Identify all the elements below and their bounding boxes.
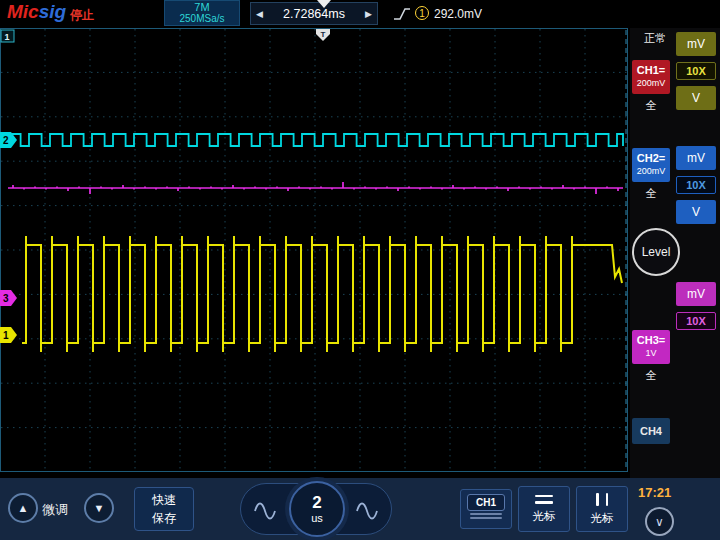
ch2-bandwidth-label: 全	[632, 186, 670, 200]
ch1-scale: 200mV	[637, 77, 666, 90]
ch2-channel-button[interactable]: CH2= 200mV	[632, 148, 670, 182]
trigger-mode-label[interactable]: 正常	[636, 30, 674, 46]
adjust-up-button[interactable]: ▲	[8, 493, 38, 523]
waveform-area[interactable]: 2311T	[0, 28, 630, 478]
fine-tune-label: 微调	[42, 501, 68, 519]
timebase-control[interactable]: 2 us	[240, 483, 392, 535]
stack-layer-icon	[470, 513, 502, 515]
channel-select-label: CH1	[467, 494, 505, 511]
trigger-slope-icon	[392, 5, 412, 23]
ch3-unit-button[interactable]: mV	[676, 282, 716, 306]
trigger-level-button[interactable]: Level	[632, 228, 680, 276]
clock: 17:21	[638, 485, 671, 500]
top-status-bar: Micsig 停止 7M 250MSa/s ◀ 2.72864ms ▶ 1 29…	[0, 0, 720, 28]
expand-menu-button[interactable]: ∨	[645, 507, 674, 536]
waveform-display[interactable]: 2311T	[0, 28, 630, 478]
bottom-toolbar: ▲ 微调 ▼ 快速 保存 2 us CH1 光标 光标 17:	[0, 478, 720, 540]
channel-ground-marker-label: 1	[3, 330, 9, 341]
top-left-channel-tag-label: 1	[5, 32, 10, 42]
delay-right-arrow-icon[interactable]: ▶	[365, 9, 372, 19]
trigger-delay-control[interactable]: ◀ 2.72864ms ▶	[250, 2, 378, 25]
sample-info-button[interactable]: 7M 250MSa/s	[164, 0, 240, 26]
ch1-bandwidth-label: 全	[632, 98, 670, 112]
sine-wave-icon[interactable]	[356, 498, 378, 524]
trigger-delay-value: 2.72864ms	[283, 7, 345, 21]
quick-save-label-2: 保存	[152, 509, 176, 527]
vertical-cursor-label: 光标	[591, 511, 614, 526]
quick-save-button[interactable]: 快速 保存	[134, 487, 194, 531]
quick-save-label-1: 快速	[152, 491, 176, 509]
right-control-panel: 正常 mV 10X V CH1= 200mV 全 mV 10X V CH2= 2…	[630, 28, 720, 478]
ch2-volt-button[interactable]: V	[676, 200, 716, 224]
memory-depth-value: 7M	[194, 1, 209, 13]
logo-text-blue: sig	[39, 1, 66, 22]
trigger-level-value[interactable]: 292.0mV	[434, 7, 482, 21]
graticule	[1, 29, 627, 471]
ch3-probe-button[interactable]: 10X	[676, 312, 716, 330]
ch2-probe-button[interactable]: 10X	[676, 176, 716, 194]
acquisition-status: 停止	[70, 7, 94, 24]
ch2-unit-button[interactable]: mV	[676, 146, 716, 170]
sample-rate-value: 250MSa/s	[179, 13, 224, 25]
micsig-logo: Micsig	[7, 1, 66, 23]
trigger-position-marker-icon[interactable]	[317, 0, 331, 8]
channel-select-button[interactable]: CH1	[460, 489, 512, 529]
ch1-trace	[22, 236, 622, 352]
ch3-bandwidth-label: 全	[632, 368, 670, 382]
stack-layer-icon	[470, 517, 502, 519]
delay-left-arrow-icon[interactable]: ◀	[256, 9, 263, 19]
trigger-source-badge: 1	[415, 6, 429, 20]
ch3-scale: 1V	[645, 347, 656, 360]
horizontal-cursors-icon	[535, 495, 553, 504]
vertical-cursors-icon	[596, 493, 608, 506]
ch2-name: CH2=	[637, 152, 665, 165]
oscilloscope-screen: Micsig 停止 7M 250MSa/s ◀ 2.72864ms ▶ 1 29…	[0, 0, 720, 540]
ch3-name: CH3=	[637, 334, 665, 347]
timebase-value: 2	[312, 494, 321, 512]
sine-wave-icon[interactable]	[254, 498, 276, 524]
logo-text-red: Mic	[7, 1, 39, 22]
horizontal-cursor-button[interactable]: 光标	[518, 486, 570, 532]
timebase-unit: us	[311, 512, 323, 524]
adjust-down-button[interactable]: ▼	[84, 493, 114, 523]
ch3-channel-button[interactable]: CH3= 1V	[632, 330, 670, 364]
ch1-name: CH1=	[637, 64, 665, 77]
channel-ground-marker-label: 3	[3, 293, 9, 304]
vertical-cursor-button[interactable]: 光标	[576, 486, 628, 532]
ch1-volt-button[interactable]: V	[676, 86, 716, 110]
timebase-dial[interactable]: 2 us	[289, 481, 345, 537]
ch1-unit-button[interactable]: mV	[676, 32, 716, 56]
ch4-channel-button[interactable]: CH4	[632, 418, 670, 444]
channel-ground-marker-label: 2	[3, 135, 9, 146]
trigger-time-marker-label: T	[321, 30, 326, 39]
ch2-scale: 200mV	[637, 165, 666, 178]
ch1-probe-button[interactable]: 10X	[676, 62, 716, 80]
horizontal-cursor-label: 光标	[533, 509, 556, 524]
ch2-trace	[8, 134, 623, 146]
ch1-channel-button[interactable]: CH1= 200mV	[632, 60, 670, 94]
